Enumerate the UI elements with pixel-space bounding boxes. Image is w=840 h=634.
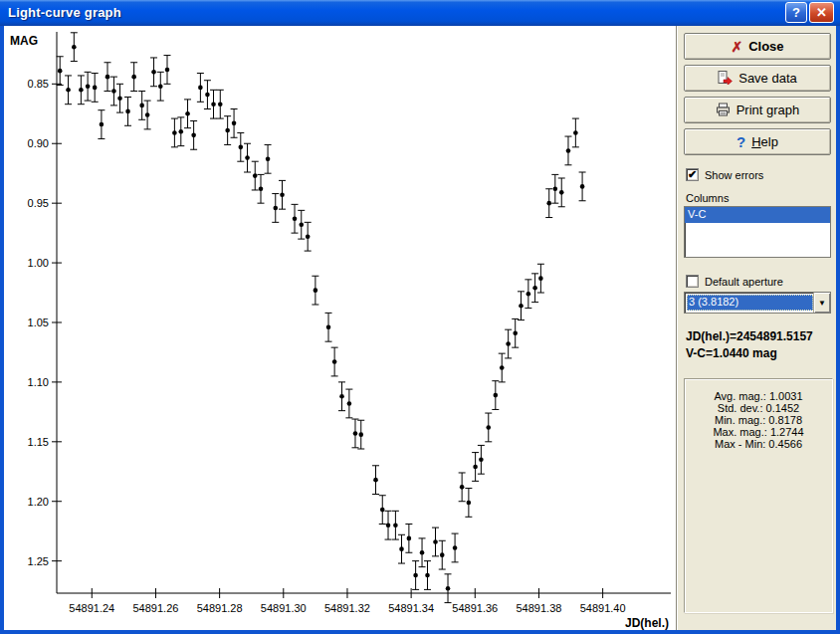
aperture-dropdown[interactable]: 3 (3.8182) ▼: [684, 292, 831, 314]
svg-text:1.25: 1.25: [28, 555, 49, 567]
stat-max-min: Max - Min: 0.4566: [685, 438, 832, 450]
light-curve-plot[interactable]: 0.850.900.951.001.051.101.151.201.255489…: [4, 26, 677, 630]
svg-text:54891.30: 54891.30: [261, 602, 307, 614]
svg-text:54891.34: 54891.34: [388, 602, 434, 614]
svg-text:1.10: 1.10: [28, 376, 49, 388]
stat-avg-mag: Avg. mag.: 1.0031: [685, 390, 832, 402]
svg-text:54891.40: 54891.40: [580, 602, 626, 614]
columns-listbox[interactable]: V-C: [684, 206, 831, 258]
data-points: [57, 33, 586, 603]
window-titlebar[interactable]: Light-curve graph ? ✕: [0, 0, 840, 26]
svg-text:JD(hel.): JD(hel.): [625, 616, 669, 630]
close-button[interactable]: ✗ Close: [684, 33, 831, 60]
question-icon: ?: [792, 5, 800, 20]
save-icon: [718, 71, 733, 87]
svg-text:54891.24: 54891.24: [69, 602, 114, 614]
light-curve-window: Light-curve graph ? ✕ 0.850.900.951.001.…: [0, 0, 840, 634]
columns-listbox-item[interactable]: V-C: [685, 207, 830, 223]
help-icon: ?: [736, 134, 745, 149]
titlebar-buttons: ? ✕: [785, 2, 834, 23]
readout-vc: V-C=1.0440 mag: [686, 345, 813, 362]
default-aperture-label: Default aperture: [705, 276, 783, 288]
readout-jd: JD(hel.)=2454891.5157: [686, 328, 813, 345]
titlebar-close-button[interactable]: ✕: [809, 2, 834, 23]
dialog-body: 0.850.900.951.001.051.101.151.201.255489…: [4, 26, 836, 630]
show-errors-label: Show errors: [705, 169, 763, 181]
svg-text:0.85: 0.85: [28, 78, 49, 90]
axes: [52, 32, 671, 598]
default-aperture-checkbox[interactable]: [686, 275, 699, 288]
svg-text:MAG: MAG: [10, 34, 38, 48]
cursor-readout: JD(hel.)=2454891.5157 V-C=1.0440 mag: [686, 328, 813, 362]
svg-text:54891.26: 54891.26: [133, 602, 179, 614]
help-button-label: Help: [751, 134, 778, 149]
save-data-button-label: Save data: [738, 71, 797, 86]
default-aperture-checkbox-row[interactable]: Default aperture: [686, 275, 783, 288]
svg-text:1.05: 1.05: [28, 317, 49, 328]
svg-text:54891.28: 54891.28: [197, 602, 243, 614]
close-button-label: Close: [748, 39, 783, 54]
save-data-button[interactable]: Save data: [684, 65, 831, 92]
stat-max-mag: Max. mag.: 1.2744: [685, 426, 832, 438]
svg-text:0.95: 0.95: [28, 197, 49, 209]
chevron-down-icon: ▼: [818, 299, 826, 308]
close-icon: ✕: [816, 5, 827, 20]
columns-label: Columns: [686, 192, 729, 204]
axis-labels: 0.850.900.951.001.051.101.151.201.255489…: [10, 34, 669, 630]
statistics-box: Avg. mag.: 1.0031 Std. dev.: 0.1452 Min.…: [684, 378, 833, 613]
plot-panel: 0.850.900.951.001.051.101.151.201.255489…: [4, 26, 677, 630]
aperture-dropdown-button[interactable]: ▼: [813, 293, 830, 313]
help-button[interactable]: ? Help: [684, 128, 831, 155]
show-errors-checkbox-row[interactable]: ✔ Show errors: [686, 168, 763, 181]
stat-std-dev: Std. dev.: 0.1452: [685, 402, 832, 414]
show-errors-checkbox[interactable]: ✔: [686, 168, 699, 181]
svg-text:1.20: 1.20: [28, 496, 49, 508]
stat-min-mag: Min. mag.: 0.8178: [685, 414, 832, 426]
svg-text:1.15: 1.15: [28, 436, 49, 448]
aperture-dropdown-value: 3 (3.8182): [687, 295, 813, 311]
window-title: Light-curve graph: [8, 5, 785, 20]
print-graph-button-label: Print graph: [736, 103, 800, 117]
printer-icon: [716, 103, 731, 118]
red-x-icon: ✗: [731, 40, 742, 54]
svg-text:1.00: 1.00: [28, 257, 49, 269]
print-graph-button[interactable]: Print graph: [684, 97, 831, 123]
svg-text:54891.36: 54891.36: [452, 602, 498, 614]
svg-text:0.90: 0.90: [28, 137, 49, 149]
svg-text:54891.38: 54891.38: [517, 602, 562, 614]
svg-text:54891.32: 54891.32: [324, 602, 370, 614]
titlebar-help-button[interactable]: ?: [785, 2, 807, 23]
control-panel: ✗ Close Save data: [677, 26, 836, 630]
